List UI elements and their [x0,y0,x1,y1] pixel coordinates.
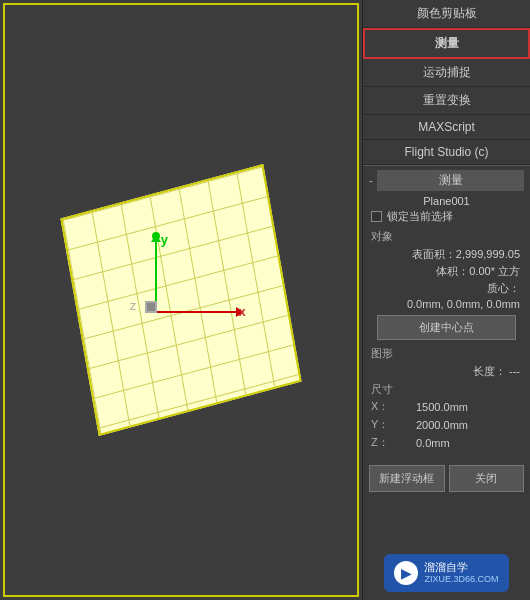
logo-text: 溜溜自学 ZIXUE.3D66.COM [424,560,498,586]
right-panel: 颜色剪贴板 测量 运动捕捉 重置变换 MAXScript Flight Stud… [363,0,530,600]
bottom-buttons: 新建浮动框 关闭 [363,459,530,498]
logo-box[interactable]: ▶ 溜溜自学 ZIXUE.3D66.COM [384,554,508,592]
z-axis-label: z [130,298,137,313]
y-axis-label: y [161,232,168,247]
object-label: 对象 [369,227,524,246]
z-axis-box [145,301,157,313]
lock-label: 锁定当前选择 [387,209,453,224]
menu-item-color-clipboard[interactable]: 颜色剪贴板 [363,0,530,28]
menu-items: 颜色剪贴板 测量 运动捕捉 重置变换 MAXScript Flight Stud… [363,0,530,165]
x-value: 1500.0mm [416,401,468,413]
z-value: 0.0mm [416,437,450,449]
measure-panel: - 测量 Plane001 锁定当前选择 对象 表面积：2,999,999.05… [363,165,530,457]
viewport-inner: y x z [0,0,362,600]
length-row: 长度： --- [369,363,524,380]
logo-icon: ▶ [394,561,418,585]
surface-area-row: 表面积：2,999,999.05 [369,246,524,263]
size-label: 尺寸 [369,380,524,399]
volume-value: 0.00* 立方 [469,265,520,277]
section-collapse-icon[interactable]: - [369,174,373,188]
y-label: Y： [371,417,416,432]
measure-section-title: 测量 [377,170,524,191]
logo-area: ▶ 溜溜自学 ZIXUE.3D66.COM [363,546,530,600]
x-row: X： 1500.0mm [369,399,524,414]
volume-row: 体积：0.00* 立方 [369,263,524,280]
surface-area-value: 2,999,999.05 [456,248,520,260]
logo-line2: ZIXUE.3D66.COM [424,574,498,586]
menu-item-maxscript[interactable]: MAXScript [363,115,530,140]
new-float-button[interactable]: 新建浮动框 [369,465,445,492]
x-label: X： [371,399,416,414]
y-row: Y： 2000.0mm [369,417,524,432]
menu-item-motion-capture[interactable]: 运动捕捉 [363,59,530,87]
z-row: Z： 0.0mm [369,435,524,450]
plane-object [60,164,301,436]
create-center-button[interactable]: 创建中心点 [377,315,517,340]
surface-area-label: 表面积： [412,248,456,260]
center-value-row: 0.0mm, 0.0mm, 0.0mm [369,297,524,311]
figure-label: 图形 [369,344,524,363]
center-value: 0.0mm, 0.0mm, 0.0mm [407,298,520,310]
x-axis-label: x [238,304,245,319]
center-label: 质心： [487,282,520,294]
plane-grid [60,164,301,436]
close-button[interactable]: 关闭 [449,465,525,492]
z-label: Z： [371,435,416,450]
menu-item-measure[interactable]: 测量 [363,28,530,59]
y-axis-dot [152,232,160,240]
lock-row: 锁定当前选择 [369,209,524,224]
length-label: 长度： [473,365,506,377]
volume-label: 体积： [436,265,469,277]
y-value: 2000.0mm [416,419,468,431]
lock-checkbox[interactable] [371,211,382,222]
logo-line1: 溜溜自学 [424,560,498,574]
center-label-row: 质心： [369,280,524,297]
menu-item-reset-transform[interactable]: 重置变换 [363,87,530,115]
length-value: --- [509,365,520,377]
viewport[interactable]: y x z [0,0,363,600]
menu-item-flight-studio[interactable]: Flight Studio (c) [363,140,530,165]
plane-name: Plane001 [369,193,524,209]
x-axis [156,311,236,313]
